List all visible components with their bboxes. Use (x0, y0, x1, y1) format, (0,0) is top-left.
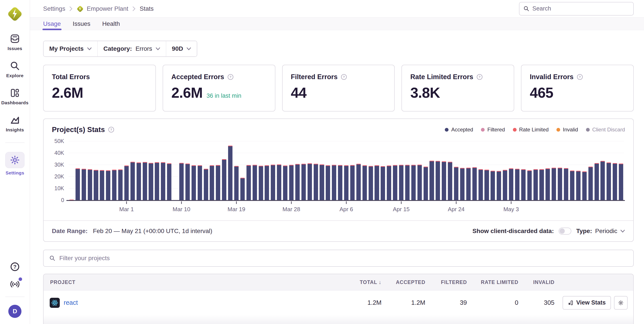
sidebar-item-explore[interactable]: Explore (6, 61, 24, 78)
chart-bar[interactable] (258, 141, 264, 200)
help-circle-icon[interactable]: ? (476, 74, 483, 80)
period-dropdown[interactable]: 90D (166, 41, 197, 56)
view-stats-button[interactable]: View Stats (562, 296, 611, 310)
client-discard-toggle[interactable] (559, 228, 571, 235)
chart-bar[interactable] (142, 141, 148, 200)
chart-bar[interactable] (612, 141, 618, 200)
help-circle-icon[interactable]: ? (576, 74, 583, 80)
chart-bar[interactable] (227, 141, 233, 200)
search-input[interactable] (532, 5, 629, 12)
chart-bar[interactable] (307, 141, 313, 200)
chart-bar[interactable] (404, 141, 410, 200)
chart-bar[interactable] (288, 141, 294, 200)
chart-bar[interactable] (356, 141, 362, 200)
legend-item-accepted[interactable]: Accepted (445, 127, 473, 133)
chart-bar[interactable] (496, 141, 502, 200)
chart-bar[interactable] (160, 141, 166, 200)
chart-bar[interactable] (87, 141, 93, 200)
chart-bar[interactable] (423, 141, 429, 200)
chart-bar[interactable] (557, 141, 563, 200)
help-circle-icon[interactable]: ? (340, 74, 347, 80)
chart-bar[interactable] (197, 141, 203, 200)
chart-bar[interactable] (532, 141, 539, 200)
chart-bar[interactable] (331, 141, 337, 200)
chart-bar[interactable] (294, 141, 300, 200)
chart-bar[interactable] (435, 141, 441, 200)
chart-bar[interactable] (246, 141, 252, 200)
chart-bar[interactable] (466, 141, 472, 200)
chart-bar[interactable] (526, 141, 532, 200)
help-circle-icon[interactable]: ? (108, 126, 114, 133)
column-header-rate-limited[interactable]: RATE LIMITED (467, 279, 518, 285)
breadcrumb-settings[interactable]: Settings (43, 5, 65, 12)
column-header-project[interactable]: PROJECT (44, 279, 342, 285)
chart-bar[interactable] (380, 141, 386, 200)
tab-usage[interactable]: Usage (43, 17, 61, 30)
chart-bar[interactable] (105, 141, 111, 200)
chart-bar[interactable] (264, 141, 270, 200)
project-filter-input[interactable] (59, 255, 628, 262)
chart-bar[interactable] (276, 141, 282, 200)
tab-issues[interactable]: Issues (73, 17, 90, 30)
chart-bar[interactable] (203, 141, 209, 200)
sidebar-item-settings[interactable]: Settings (5, 152, 24, 175)
chart-bar[interactable] (398, 141, 404, 200)
chart-bar[interactable] (600, 141, 606, 200)
sentry-logo[interactable] (7, 5, 23, 22)
chart-bar[interactable] (386, 141, 392, 200)
chart-bar[interactable] (453, 141, 459, 200)
user-avatar[interactable]: D (8, 305, 22, 318)
chart-bar[interactable] (178, 141, 184, 200)
column-header-accepted[interactable]: ACCEPTED (382, 279, 425, 285)
sidebar-item-dashboards[interactable]: Dashboards (1, 88, 28, 105)
chart-bar[interactable] (349, 141, 356, 200)
chart-bar[interactable] (154, 141, 160, 200)
chart-bar[interactable] (124, 141, 130, 200)
chart-bar[interactable] (582, 141, 588, 200)
chart-bar[interactable] (215, 141, 221, 200)
chart-bar[interactable] (459, 141, 466, 200)
chart-bar[interactable] (569, 141, 575, 200)
chart-bar[interactable] (429, 141, 435, 200)
chart-bar[interactable] (392, 141, 398, 200)
chart-bar[interactable] (282, 141, 288, 200)
chart-bar[interactable] (490, 141, 496, 200)
project-link[interactable]: react (64, 299, 78, 306)
sidebar-item-issues[interactable]: Issues (8, 34, 22, 51)
chart-bar[interactable] (136, 141, 142, 200)
chart-bar[interactable] (325, 141, 331, 200)
chart-bar[interactable] (233, 141, 240, 200)
chart-bar[interactable] (117, 141, 124, 200)
chart-bar[interactable] (618, 141, 624, 200)
chart-bar[interactable] (520, 141, 526, 200)
chart-bar[interactable] (551, 141, 557, 200)
tab-health[interactable]: Health (102, 17, 120, 30)
help-button[interactable]: ? (10, 262, 20, 272)
chart-bar[interactable] (563, 141, 569, 200)
chart-bar[interactable] (594, 141, 600, 200)
chart-bar[interactable] (221, 141, 227, 200)
chart-bar[interactable] (544, 141, 551, 200)
chart-bar[interactable] (441, 141, 447, 200)
chart-bar[interactable] (472, 141, 478, 200)
chart-bar[interactable] (368, 141, 374, 200)
chart-bar[interactable] (209, 141, 215, 200)
legend-item-invalid[interactable]: Invalid (556, 127, 578, 133)
chart-bar[interactable] (478, 141, 484, 200)
project-settings-button[interactable] (614, 296, 628, 310)
chart-bar[interactable] (606, 141, 612, 200)
chart-bar[interactable] (191, 141, 197, 200)
whats-new-broadcast-button[interactable] (10, 279, 20, 289)
chart-bar[interactable] (172, 141, 178, 200)
chart-bar[interactable] (68, 141, 75, 200)
chart-bar[interactable] (130, 141, 136, 200)
legend-item-client-discard[interactable]: Client Discard (586, 127, 625, 133)
legend-item-rate-limited[interactable]: Rate Limited (513, 127, 549, 133)
chart-bar[interactable] (410, 141, 416, 200)
chart-bar[interactable] (252, 141, 258, 200)
chart-bar[interactable] (337, 141, 343, 200)
column-header-filtered[interactable]: FILTERED (425, 279, 467, 285)
chart-bar[interactable] (484, 141, 490, 200)
chart-bar[interactable] (93, 141, 99, 200)
column-header-invalid[interactable]: INVALID (518, 279, 554, 285)
